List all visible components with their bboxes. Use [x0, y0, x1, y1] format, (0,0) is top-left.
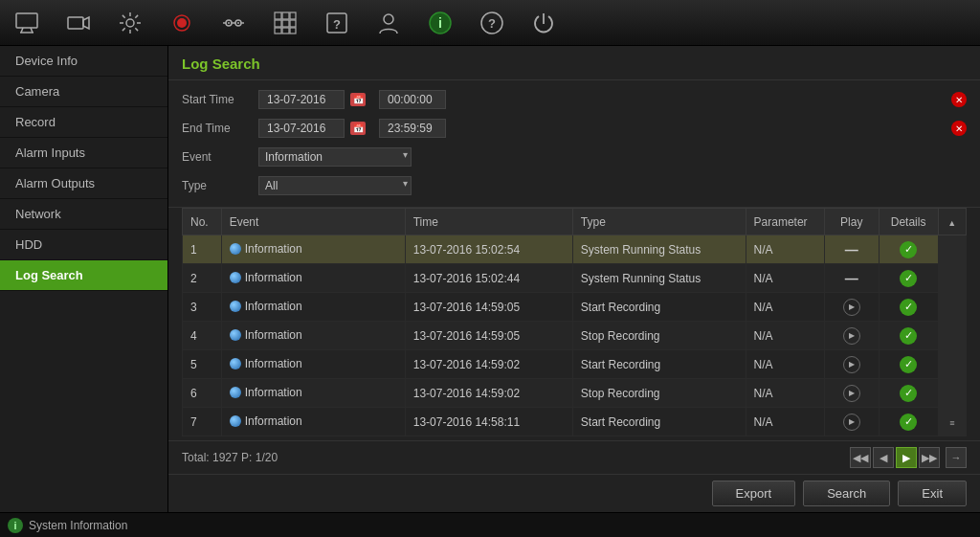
cell-parameter: N/A: [746, 235, 825, 264]
details-check-icon[interactable]: ✓: [900, 414, 917, 431]
monitor-icon[interactable]: [10, 6, 44, 40]
details-check-icon[interactable]: ✓: [900, 299, 917, 316]
table-row[interactable]: 6 Information13-07-2016 14:59:02Stop Rec…: [183, 379, 967, 408]
start-time-input[interactable]: 00:00:00: [379, 90, 446, 109]
svg-rect-22: [275, 28, 281, 34]
page-last-btn[interactable]: ▶▶: [919, 447, 940, 468]
sidebar-item-camera[interactable]: Camera: [0, 77, 167, 107]
sidebar-item-alarm-inputs[interactable]: Alarm Inputs: [0, 138, 167, 168]
page-first-btn[interactable]: ◀◀: [850, 447, 871, 468]
end-time-row: End Time 13-07-2016 📅 23:59:59 ✕: [182, 115, 967, 142]
svg-point-27: [384, 14, 393, 24]
sidebar-item-log-search[interactable]: Log Search: [0, 260, 167, 291]
type-label: Type: [182, 179, 258, 192]
sidebar-item-network[interactable]: Network: [0, 199, 167, 230]
play-button[interactable]: ▶: [843, 385, 860, 402]
cell-no: 2: [183, 264, 222, 293]
start-time-row: Start Time 13-07-2016 📅 00:00:00 ✕: [182, 86, 967, 113]
type-select[interactable]: All System Running Status Start Recordin…: [258, 176, 412, 195]
end-time-input[interactable]: 23:59:59: [379, 119, 446, 138]
svg-point-10: [228, 22, 230, 24]
table-row[interactable]: 3 Information13-07-2016 14:59:05Start Re…: [183, 293, 967, 322]
end-date-calendar-icon[interactable]: 📅: [350, 122, 366, 135]
table-row[interactable]: 2 Information13-07-2016 15:02:44System R…: [183, 264, 967, 293]
page-prev-btn[interactable]: ◀: [873, 447, 894, 468]
audio-icon[interactable]: [216, 6, 251, 40]
user-icon[interactable]: [371, 6, 406, 40]
cell-type: Start Recording: [572, 350, 746, 379]
event-value: Information Warning Error All: [258, 147, 967, 167]
end-time-label: End Time: [182, 122, 258, 135]
settings-icon[interactable]: [113, 6, 147, 40]
cell-no: 7: [183, 408, 222, 436]
scroll-cell: [938, 379, 966, 408]
cell-details: ✓: [879, 350, 938, 379]
cell-play: ▶: [825, 293, 879, 322]
play-button[interactable]: ▶: [843, 299, 860, 316]
end-date-input[interactable]: 13-07-2016: [258, 119, 345, 138]
start-time-label: Start Time: [182, 93, 258, 106]
start-date-input[interactable]: 13-07-2016: [258, 90, 345, 109]
cell-play: —: [825, 235, 879, 264]
table-row[interactable]: 1 Information13-07-2016 15:02:54System R…: [183, 235, 967, 264]
power-icon[interactable]: [526, 6, 561, 40]
details-check-icon[interactable]: ✓: [900, 356, 917, 373]
event-select[interactable]: Information Warning Error All: [258, 147, 412, 167]
table-row[interactable]: 5 Information13-07-2016 14:59:02Start Re…: [183, 350, 967, 379]
page-jump-btn[interactable]: →: [946, 447, 967, 468]
start-time-value: 13-07-2016 📅 00:00:00 ✕: [258, 90, 967, 109]
svg-rect-4: [68, 17, 83, 29]
scroll-cell: [938, 293, 966, 322]
start-date-calendar-icon[interactable]: 📅: [350, 93, 366, 106]
details-check-icon[interactable]: ✓: [900, 241, 917, 258]
page-title: Log Search: [168, 46, 980, 80]
page-next-btn[interactable]: ▶: [896, 447, 917, 468]
export-button[interactable]: Export: [712, 481, 796, 506]
svg-text:?: ?: [488, 16, 496, 31]
cell-play: —: [825, 264, 879, 293]
question-icon[interactable]: ?: [475, 6, 509, 40]
cell-play: ▶: [825, 408, 879, 436]
play-button[interactable]: ▶: [843, 327, 860, 345]
search-button[interactable]: Search: [803, 481, 890, 506]
cell-parameter: N/A: [746, 379, 825, 408]
scroll-cell: [938, 322, 966, 350]
table-row[interactable]: 7 Information13-07-2016 14:58:11Start Re…: [183, 408, 967, 436]
col-header-parameter: Parameter: [746, 209, 825, 235]
details-check-icon[interactable]: ✓: [900, 327, 917, 345]
help-icon[interactable]: ?: [320, 6, 354, 40]
scroll-up-btn[interactable]: ▲: [938, 209, 966, 235]
table-row[interactable]: 4 Information13-07-2016 14:59:05Stop Rec…: [183, 322, 967, 350]
col-header-play: Play: [825, 209, 879, 235]
cell-type: Stop Recording: [572, 322, 746, 350]
cell-parameter: N/A: [746, 322, 825, 350]
svg-rect-20: [282, 20, 289, 27]
event-row: Event Information Warning Error All: [182, 144, 967, 170]
svg-rect-23: [282, 28, 289, 34]
sidebar-item-hdd[interactable]: HDD: [0, 230, 167, 260]
cell-type: Start Recording: [572, 408, 746, 436]
svg-marker-5: [83, 17, 89, 29]
status-text: System Information: [29, 519, 127, 532]
sidebar-item-alarm-outputs[interactable]: Alarm Outputs: [0, 168, 167, 199]
play-button[interactable]: ▶: [843, 414, 860, 431]
details-check-icon[interactable]: ✓: [900, 270, 917, 287]
end-time-clear-btn[interactable]: ✕: [951, 121, 967, 136]
svg-point-12: [237, 22, 239, 24]
play-button[interactable]: ▶: [843, 356, 860, 373]
start-time-clear-btn[interactable]: ✕: [951, 92, 967, 107]
cell-parameter: N/A: [746, 408, 825, 436]
details-check-icon[interactable]: ✓: [900, 385, 917, 402]
cell-type: Start Recording: [572, 293, 746, 322]
sidebar-item-record[interactable]: Record: [0, 107, 167, 138]
info-toolbar-icon[interactable]: i: [423, 6, 457, 40]
svg-rect-24: [290, 28, 296, 34]
cell-play: ▶: [825, 322, 879, 350]
exit-button[interactable]: Exit: [898, 481, 967, 506]
sidebar-item-device-info[interactable]: Device Info: [0, 46, 167, 77]
col-header-details: Details: [879, 209, 938, 235]
camera-toolbar-icon[interactable]: [61, 6, 96, 40]
record-toolbar-icon[interactable]: [165, 6, 199, 40]
table-header-row: No. Event Time Type Parameter Play Detai…: [183, 209, 967, 235]
network-toolbar-icon[interactable]: [268, 6, 302, 40]
